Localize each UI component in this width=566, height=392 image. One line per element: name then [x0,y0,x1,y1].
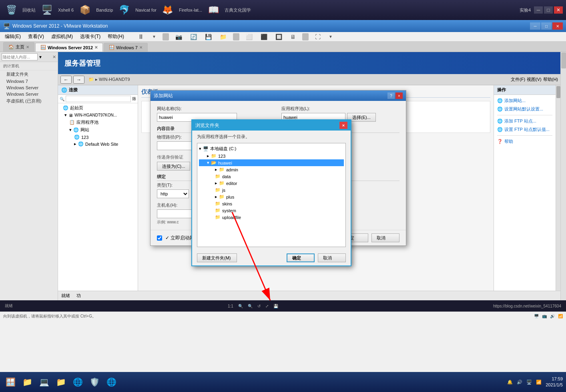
connect-as-btn[interactable]: 连接为(C)... [157,162,190,171]
taskbar-bottom-icon-2[interactable]: 💻 [37,375,51,389]
menu-view[interactable]: 查看(V) [25,32,47,41]
sidebar-item-vm-deprecated[interactable]: 亭虚拟机 (已弃用) [0,97,58,105]
toolbar-folder-icon[interactable]: 📁 [217,33,230,41]
toolbar-network-icon[interactable]: 🔄 [187,33,200,41]
tree-site-123[interactable]: 🌐 123 [60,134,136,141]
menu-vm[interactable]: 虚拟机(M) [48,32,76,41]
vmware-close[interactable]: ✕ [552,22,563,30]
tray-icon-network[interactable]: 📶 [536,380,542,385]
taskbar-bottom-icon-3[interactable]: 📁 [54,375,68,389]
action-add-ftp[interactable]: 🌐 添加 FTP 站点... [494,117,556,125]
nav-menu-view[interactable]: 视图(V) [527,76,542,82]
tree-app-pool[interactable]: 📋 应用程序池 [60,119,136,126]
vmware-restore[interactable]: □ [541,22,552,30]
toolbar-view2-icon[interactable]: ⬛ [257,33,271,41]
dialog-help-btn[interactable]: ? [387,92,395,99]
action-set-website-defaults[interactable]: 🌐 设置网站默认设置... [494,105,556,113]
menu-edit[interactable]: 编辑(E) [2,32,24,41]
scrollbar-thumb[interactable] [556,86,560,98]
taskbar-icon-firefox[interactable]: 🦊 [160,2,176,18]
tree-node-plus[interactable]: ▸ 📁 plus [199,193,344,200]
tree-default-web-site[interactable]: ▸ 🌐 Default Web Site [60,141,136,147]
tree-start-page[interactable]: 🌐 起始页 [60,104,136,112]
taskbar-icon-navicat[interactable]: 🐬 [116,2,132,18]
tab-home-close[interactable]: ✕ [26,45,29,49]
new-folder-btn[interactable]: 新建文件夹(M) [197,253,237,262]
taskbar-icon-bandizip[interactable]: 📦 [77,2,93,18]
nav-forward-btn[interactable]: → [73,76,84,84]
resize-icon[interactable]: ⤢ [265,304,269,308]
restore-button[interactable]: □ [544,6,553,14]
sidebar-item-winserver2[interactable]: Windows Server [0,91,58,97]
tree-node-editor[interactable]: ▸ 📁 editor [199,180,344,187]
zoom-in-icon[interactable]: 🔍 [238,304,243,308]
start-button[interactable]: 🪟 [3,375,18,389]
tree-node-system[interactable]: 📁 system [199,207,344,214]
toolbar-fullscreen-icon[interactable]: ⛶ [312,33,324,41]
sidebar-dropdown-icon[interactable]: ▼ [38,55,42,59]
close-button[interactable]: ✕ [554,6,563,14]
sidebar-item-win7[interactable]: Windows 7 [0,78,58,84]
taskbar-icon-classics[interactable]: 📖 [205,2,221,18]
tree-node-huawei[interactable]: ▾ 📂 huawei [199,159,344,166]
toolbar-view-icon[interactable]: ⬜ [243,33,256,41]
menu-help[interactable]: 帮助(H) [104,32,127,41]
tree-node-skins[interactable]: 📁 skins [199,200,344,207]
browse-ok-btn[interactable]: 确定 [287,253,315,262]
vm-toolbar-1-1[interactable]: 1:1 [228,304,233,308]
tree-node-js[interactable]: 📁 js [199,187,344,193]
tree-node-data[interactable]: 📁 data [199,173,344,180]
taskbar-bottom-icon-6[interactable]: 🌐 [104,375,118,389]
toolbar-fullscreen-dropdown[interactable]: ▼ [325,34,336,40]
tree-server[interactable]: ▾ 🖥 WIN-HGANDT97KON... [60,112,136,119]
taskbar-bottom-icon-4[interactable]: 🌐 [70,375,85,389]
action-add-website[interactable]: 🌐 添加网站... [494,96,556,105]
start-now-checkbox[interactable] [157,235,162,241]
tray-icon-volume[interactable]: 🔊 [517,380,522,385]
taskbar-icon-recycle[interactable]: 🗑️ [3,2,19,18]
browse-close-btn[interactable]: × [339,122,347,129]
refresh-icon[interactable]: ↺ [257,304,261,308]
action-help[interactable]: ❓ 帮助 [494,137,556,146]
nav-back-btn[interactable]: ← [60,76,72,84]
add-website-cancel-btn[interactable]: 取消 [371,233,399,242]
main-scrollbar-thumb[interactable] [561,52,566,68]
tree-root[interactable]: ▾ 🖥️ 本地磁盘 (C:) [199,145,344,153]
menu-tab[interactable]: 选项卡(T) [77,32,104,41]
toolbar-dropdown-icon[interactable]: ▼ [149,34,159,40]
sidebar-close-btn[interactable]: ✕ [52,54,56,60]
tray-icon-monitor[interactable]: 🖥️ [526,380,532,385]
tab-home[interactable]: 🏠 主页 ✕ [3,42,34,52]
iis-scrollbar[interactable] [556,85,560,291]
toolbar-snapshot-icon[interactable]: 📷 [172,33,185,41]
type-select[interactable]: http [157,189,189,198]
taskbar-bottom-icon-1[interactable]: 📁 [20,375,34,389]
tree-node-123[interactable]: ▸ 📁 123 [199,153,344,159]
tab-win7-close[interactable]: ✕ [139,45,143,50]
action-set-ftp-defaults[interactable]: 🌐 设置 FTP 站点默认值... [494,125,556,134]
toolbar-pause-icon[interactable]: ⏸ [134,32,147,41]
iis-filter-input[interactable] [66,96,131,102]
main-scrollbar[interactable] [560,52,566,300]
tree-node-admin[interactable]: ▸ 📁 admin [199,166,344,173]
tab-win7[interactable]: 🪟 Windows 7 ✕ [104,43,148,52]
zoom-out-icon[interactable]: 🔍 [248,304,253,308]
toolbar-view3-icon[interactable]: 🔲 [272,33,285,41]
tray-icon-notify[interactable]: 🔔 [507,380,513,385]
tree-node-uploadfile[interactable]: 📁 uploadfile [199,214,344,221]
sidebar-item-new-folder[interactable]: 新建文件夹 [0,70,58,78]
tab-win-server-2012[interactable]: 🪟 Windows Server 2012 ✕ [35,43,103,52]
toolbar-screen-icon[interactable]: 🖥 [287,33,299,41]
nav-menu-help[interactable]: 帮助(H) [543,76,558,82]
save-icon[interactable]: 💾 [273,304,278,308]
toolbar-usb-icon[interactable]: 💾 [202,33,215,41]
tab-win-server-close[interactable]: ✕ [94,45,98,50]
dialog-close-btn[interactable]: × [395,92,403,99]
minimize-button[interactable]: ─ [534,6,543,14]
nav-menu-file[interactable]: 文件(F) [511,76,525,82]
browse-cancel-btn[interactable]: 取消 [318,253,346,262]
sidebar-search-input[interactable] [2,53,38,60]
taskbar-bottom-icon-5[interactable]: 🛡️ [87,375,102,389]
tree-websites[interactable]: ▾ 🌐 网站 [60,126,136,134]
vmware-minimize[interactable]: ─ [530,22,540,30]
